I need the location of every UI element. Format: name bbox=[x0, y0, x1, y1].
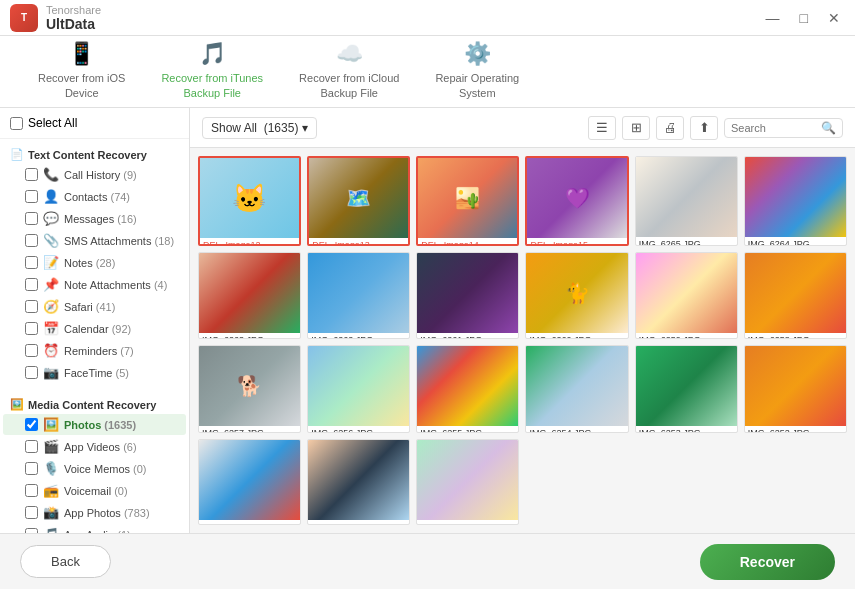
photo-cell[interactable]: 🐱DEL_Image12 bbox=[198, 156, 301, 246]
item-label: App Photos (783) bbox=[64, 507, 150, 519]
nav-itunes-icon: 🎵 bbox=[199, 41, 226, 67]
select-all-checkbox[interactable] bbox=[10, 117, 23, 130]
photo-cell[interactable] bbox=[198, 439, 301, 525]
item-checkbox[interactable] bbox=[25, 234, 38, 247]
nav-icloud-label: Recover from iCloudBackup File bbox=[299, 71, 399, 100]
item-checkbox[interactable] bbox=[25, 212, 38, 225]
sidebar-item-notes[interactable]: 📝Notes (28) bbox=[3, 252, 186, 273]
photo-cell[interactable]: IMG_6254.JPG bbox=[525, 345, 628, 433]
call-icon: 📞 bbox=[43, 167, 59, 182]
sidebar-item-app-audio[interactable]: 🎵App Audio (1) bbox=[3, 524, 186, 533]
photo-cell[interactable]: IMG_6265.JPG bbox=[635, 156, 738, 246]
photo-cell[interactable]: IMG_6258.JPG bbox=[744, 252, 847, 340]
export-button[interactable]: ⬆ bbox=[690, 116, 718, 140]
photo-label: IMG_6254.JPG bbox=[526, 426, 627, 433]
photo-cell[interactable]: IMG_6256.JPG bbox=[307, 345, 410, 433]
nav-item-icloud[interactable]: ☁️ Recover from iCloudBackup File bbox=[281, 33, 417, 110]
item-checkbox[interactable] bbox=[25, 484, 38, 497]
nav-item-repair[interactable]: ⚙️ Repair OperatingSystem bbox=[417, 33, 537, 110]
photo-cell[interactable]: IMG_6252.JPG bbox=[744, 345, 847, 433]
photo-label bbox=[308, 520, 409, 524]
media-section-icon: 🖼️ bbox=[10, 398, 24, 411]
item-label: Reminders (7) bbox=[64, 345, 134, 357]
sidebar-item-app-videos[interactable]: 🎬App Videos (6) bbox=[3, 436, 186, 457]
show-all-label: Show All (1635) bbox=[211, 121, 298, 135]
print-button[interactable]: 🖨 bbox=[656, 116, 684, 140]
photo-cell[interactable]: 💜DEL_Image15 bbox=[525, 156, 628, 246]
list-view-icon: ☰ bbox=[596, 120, 608, 135]
item-checkbox[interactable] bbox=[25, 366, 38, 379]
photo-cell[interactable]: IMG_6255.JPG bbox=[416, 345, 519, 433]
list-view-button[interactable]: ☰ bbox=[588, 116, 616, 140]
nav-item-ios[interactable]: 📱 Recover from iOSDevice bbox=[20, 33, 143, 110]
sidebar-item-messages[interactable]: 💬Messages (16) bbox=[3, 208, 186, 229]
sidebar-item-calendar[interactable]: 📅Calendar (92) bbox=[3, 318, 186, 339]
search-input[interactable] bbox=[731, 122, 821, 134]
photo-label bbox=[199, 520, 300, 524]
item-checkbox[interactable] bbox=[25, 506, 38, 519]
search-icon: 🔍 bbox=[821, 121, 836, 135]
photo-thumbnail: 🗺️ bbox=[309, 158, 408, 238]
photo-cell[interactable]: IMG_6261.JPG bbox=[416, 252, 519, 340]
sidebar-item-safari[interactable]: 🧭Safari (41) bbox=[3, 296, 186, 317]
item-checkbox[interactable] bbox=[25, 278, 38, 291]
grid-view-icon: ⊞ bbox=[631, 120, 642, 135]
sidebar-item-voicemail[interactable]: 📻Voicemail (0) bbox=[3, 480, 186, 501]
photo-cell[interactable]: IMG_6262.JPG bbox=[307, 252, 410, 340]
window-controls[interactable]: — □ ✕ bbox=[761, 8, 845, 28]
sidebar-item-reminders[interactable]: ⏰Reminders (7) bbox=[3, 340, 186, 361]
photo-cell[interactable]: IMG_6263.JPG bbox=[198, 252, 301, 340]
print-icon: 🖨 bbox=[664, 120, 677, 135]
photo-label: IMG_6262.JPG bbox=[308, 333, 409, 340]
photo-cell[interactable]: 🐈IMG_6260.JPG bbox=[525, 252, 628, 340]
photo-cell[interactable]: 🏜️DEL_Image14 bbox=[416, 156, 519, 246]
item-checkbox[interactable] bbox=[25, 344, 38, 357]
minimize-button[interactable]: — bbox=[761, 8, 785, 28]
sidebar-item-sms-attachments[interactable]: 📎SMS Attachments (18) bbox=[3, 230, 186, 251]
sidebar-item-note-attachments[interactable]: 📌Note Attachments (4) bbox=[3, 274, 186, 295]
dropdown-arrow-icon: ▾ bbox=[302, 121, 308, 135]
sidebar-item-voice-memos[interactable]: 🎙️Voice Memos (0) bbox=[3, 458, 186, 479]
item-checkbox[interactable] bbox=[25, 256, 38, 269]
photo-cell[interactable]: IMG_6253.JPG bbox=[635, 345, 738, 433]
photo-cell[interactable]: 🐕IMG_6257.JPG bbox=[198, 345, 301, 433]
photo-cell[interactable]: IMG_6259.JPG bbox=[635, 252, 738, 340]
sidebar-item-photos[interactable]: 🖼️Photos (1635) bbox=[3, 414, 186, 435]
recover-button[interactable]: Recover bbox=[700, 544, 835, 580]
photo-thumbnail bbox=[745, 253, 846, 333]
photo-cell[interactable]: IMG_6264.JPG bbox=[744, 156, 847, 246]
item-checkbox[interactable] bbox=[25, 168, 38, 181]
item-checkbox[interactable] bbox=[25, 322, 38, 335]
close-button[interactable]: ✕ bbox=[823, 8, 845, 28]
photo-thumbnail: 🐈 bbox=[526, 253, 627, 333]
photo-label: DEL_Image13 bbox=[309, 238, 408, 246]
notes-icon: 📝 bbox=[43, 255, 59, 270]
voicemail-icon: 📻 bbox=[43, 483, 59, 498]
photo-cell[interactable] bbox=[307, 439, 410, 525]
item-checkbox[interactable] bbox=[25, 300, 38, 313]
item-label: Calendar (92) bbox=[64, 323, 131, 335]
item-label: App Videos (6) bbox=[64, 441, 137, 453]
back-button[interactable]: Back bbox=[20, 545, 111, 578]
show-all-dropdown[interactable]: Show All (1635) ▾ bbox=[202, 117, 317, 139]
sidebar-item-app-photos[interactable]: 📸App Photos (783) bbox=[3, 502, 186, 523]
photo-thumbnail bbox=[636, 253, 737, 333]
sidebar-item-contacts[interactable]: 👤Contacts (74) bbox=[3, 186, 186, 207]
grid-view-button[interactable]: ⊞ bbox=[622, 116, 650, 140]
item-label: Contacts (74) bbox=[64, 191, 130, 203]
sidebar-item-call-history[interactable]: 📞Call History (9) bbox=[3, 164, 186, 185]
sidebar-item-facetime[interactable]: 📷FaceTime (5) bbox=[3, 362, 186, 383]
photo-cell[interactable] bbox=[416, 439, 519, 525]
item-checkbox[interactable] bbox=[25, 462, 38, 475]
photo-cell[interactable]: 🗺️DEL_Image13 bbox=[307, 156, 410, 246]
nav-item-itunes[interactable]: 🎵 Recover from iTunesBackup File bbox=[143, 33, 281, 110]
search-box[interactable]: 🔍 bbox=[724, 118, 843, 138]
photo-thumbnail bbox=[417, 346, 518, 426]
maximize-button[interactable]: □ bbox=[795, 8, 813, 28]
photo-label: IMG_6252.JPG bbox=[745, 426, 846, 433]
item-checkbox[interactable] bbox=[25, 418, 38, 431]
item-checkbox[interactable] bbox=[25, 440, 38, 453]
item-checkbox[interactable] bbox=[25, 190, 38, 203]
media-section-label: Media Content Recovery bbox=[28, 399, 156, 411]
sidebar-section-media: 🖼️ Media Content Recovery 🖼️Photos (1635… bbox=[0, 389, 189, 533]
